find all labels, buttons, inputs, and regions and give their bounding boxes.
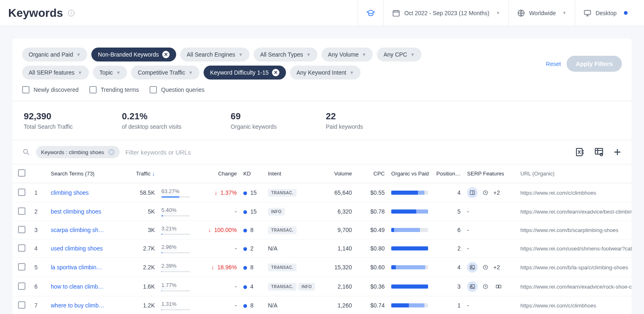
filter-checkbox[interactable]: Newly discovered (22, 86, 79, 93)
search-term-link[interactable]: used climbing shoes (51, 245, 103, 252)
region-selector[interactable]: Worldwide ▼ (508, 0, 575, 26)
search-term-link[interactable]: best climbing shoes (51, 208, 101, 215)
col-search-terms[interactable]: Search Terms (73) (48, 164, 129, 183)
filter-pill-row: Organic and Paid▼Non-Branded Keywords✕Al… (22, 48, 424, 80)
keywords-table: Search Terms (73) Traffic↓ Change KD Int… (12, 164, 632, 314)
col-intent[interactable]: Intent (265, 164, 318, 183)
svg-rect-0 (393, 11, 399, 16)
select-all-checkbox[interactable] (18, 169, 25, 177)
serp-panel-icon[interactable] (467, 187, 478, 198)
filter-pill[interactable]: Competitive Traffic▼ (131, 66, 200, 80)
traffic-value: 2.2K (129, 258, 158, 277)
col-position[interactable]: Position… (433, 164, 464, 183)
serp-help-icon[interactable] (480, 187, 491, 198)
intent-badge: TRANSAC. (268, 226, 297, 234)
page-header: Keywords i Oct 2022 - Sep 2023 (12 Month… (0, 0, 644, 26)
table-row: 3scarpa climbing sh…3K3.21%↓ 100.00%8TRA… (12, 221, 632, 239)
apply-filters-button[interactable]: Apply Filters (567, 56, 622, 72)
metric-value: 22 (326, 111, 363, 122)
position-value: 5 (433, 203, 464, 221)
serp-site-icon[interactable] (493, 281, 504, 292)
filter-checkbox[interactable]: Trending terms (89, 86, 139, 93)
academy-button[interactable] (358, 0, 383, 26)
pill-label: All Search Types (260, 51, 303, 58)
chevron-down-icon: ▼ (562, 11, 567, 15)
volume-value: 65,640 (318, 183, 355, 203)
chevron-down-icon: ▼ (78, 70, 82, 75)
traffic-pct: 5.40% (158, 203, 199, 221)
search-term-link[interactable]: la sportiva climbin… (51, 264, 102, 271)
position-value: 4 (433, 183, 464, 203)
filter-pill[interactable]: Non-Branded Keywords✕ (91, 48, 176, 61)
filter-checkbox[interactable]: Question queries (150, 86, 204, 93)
chevron-down-icon: ▼ (76, 52, 81, 57)
kd-dot-icon (243, 229, 247, 232)
row-checkbox[interactable] (18, 226, 25, 233)
position-value: 6 (433, 221, 464, 239)
search-term-link[interactable]: climbing shoes (51, 189, 89, 196)
row-checkbox[interactable] (18, 282, 25, 290)
filter-pill[interactable]: Organic and Paid▼ (22, 48, 87, 61)
volume-value: 9,700 (318, 221, 355, 239)
filter-pill[interactable]: All Search Engines▼ (180, 48, 249, 61)
serp-more[interactable]: +2 (493, 264, 500, 271)
reset-link[interactable]: Reset (546, 61, 561, 67)
pill-label: Non-Branded Keywords (98, 51, 159, 58)
device-selector[interactable]: Desktop (575, 0, 636, 26)
filter-pill[interactable]: Any Keyword Intent▼ (290, 66, 361, 80)
row-checkbox[interactable] (18, 263, 25, 271)
close-icon[interactable]: ✕ (272, 69, 279, 76)
keyword-filter-chip: Keywords : climbing shoes ✕ (36, 146, 120, 158)
kd-dot-icon (243, 210, 247, 214)
search-term-link[interactable]: how to clean climb… (51, 283, 104, 290)
col-traffic[interactable]: Traffic↓ (129, 164, 158, 183)
row-checkbox[interactable] (18, 207, 25, 215)
cpc-value: $0.49 (355, 221, 388, 239)
row-checkbox[interactable] (18, 301, 25, 309)
sort-down-icon: ↓ (152, 171, 155, 177)
traffic-pct: 1.77% (158, 277, 199, 296)
filter-input[interactable] (125, 149, 232, 156)
filter-pill[interactable]: All SERP features▼ (22, 66, 89, 80)
serp-help-icon[interactable] (480, 281, 491, 292)
row-index: 7 (31, 296, 48, 314)
col-kd[interactable]: KD (240, 164, 265, 183)
traffic-pct: 2.39% (158, 258, 199, 277)
filter-pill[interactable]: Topic▼ (93, 66, 127, 80)
col-serp-features[interactable]: SERP Features (464, 164, 517, 183)
filter-pill[interactable]: Keyword Difficulty 1-15✕ (204, 66, 286, 80)
filter-pill[interactable]: Any Volume▼ (322, 48, 373, 61)
info-icon[interactable]: i (68, 10, 75, 16)
chip-remove-icon[interactable]: ✕ (108, 149, 115, 155)
date-range-selector[interactable]: Oct 2022 - Sep 2023 (12 Months) ▼ (383, 0, 508, 26)
svg-point-11 (483, 265, 488, 270)
url-value: https://www.rei.com/b/scarplimbing-shoes (517, 221, 632, 239)
col-volume[interactable]: Volume (318, 164, 355, 183)
col-change[interactable]: Change (199, 164, 240, 183)
row-index: 2 (31, 203, 48, 221)
serp-help-icon[interactable] (480, 262, 491, 273)
close-icon[interactable]: ✕ (162, 51, 170, 58)
col-cpc[interactable]: CPC (355, 164, 388, 183)
col-url[interactable]: URL (Organic) (517, 164, 632, 183)
serp-image-icon[interactable] (467, 281, 478, 292)
checkbox-icon (150, 86, 157, 93)
organic-vs-paid-bar (391, 209, 428, 214)
row-checkbox[interactable] (18, 189, 25, 196)
traffic-pct: 1.31% (158, 296, 199, 314)
export-excel-icon[interactable] (575, 147, 585, 157)
traffic-value: 58.5K (129, 183, 158, 203)
pill-label: Keyword Difficulty 1-15 (210, 69, 269, 76)
col-organic-vs-paid[interactable]: Organic vs Paid (388, 164, 433, 183)
add-icon[interactable] (613, 148, 622, 157)
search-term-link[interactable]: where to buy climb… (51, 302, 104, 309)
filter-pill[interactable]: All Search Types▼ (254, 48, 317, 61)
filter-pill[interactable]: Any CPC▼ (377, 48, 421, 61)
search-term-link[interactable]: scarpa climbing sh… (51, 227, 104, 233)
table-settings-icon[interactable] (594, 147, 604, 157)
volume-value: 2,160 (318, 277, 355, 296)
cpc-value: $0.74 (355, 296, 388, 314)
serp-more[interactable]: +2 (493, 189, 500, 196)
serp-image-icon[interactable] (467, 262, 478, 273)
row-checkbox[interactable] (18, 244, 25, 252)
